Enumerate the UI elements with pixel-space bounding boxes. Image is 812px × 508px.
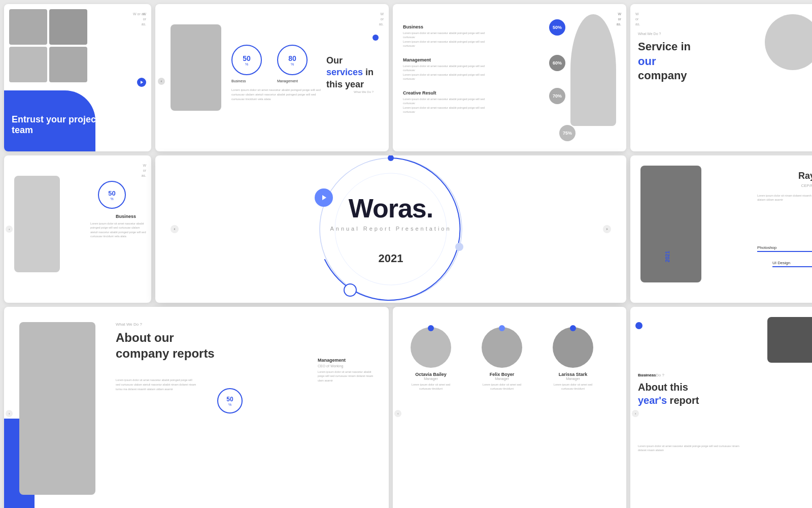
year-2021: 2021 (379, 252, 403, 265)
svg-marker-2 (9, 229, 10, 230)
woras-tag-4b: Woras. (635, 12, 640, 26)
lorem-text-2: Lorem ipsum dolor sit amet nascetur abab… (231, 88, 323, 102)
stat-80-sup: % (291, 62, 294, 66)
slide-services: Woras. 50 % 80 % Business Management Our… (155, 4, 389, 151)
service-line2: company (638, 69, 687, 82)
what-we-do-label-2: What We Do ? (354, 90, 374, 93)
services-blue-word: services (326, 67, 363, 77)
arrow-left-center[interactable] (171, 225, 179, 233)
pct-60-circle: 60% (549, 55, 565, 71)
slide-about-year: Woras. What We Do ? About this year's re… (630, 307, 812, 508)
slide-entrust: W or as. Entrust your project to our tea… (4, 4, 151, 151)
arrow-nav-7[interactable] (6, 410, 13, 417)
slide-center-woras: Woras. Annual Report Presentation 2021 (155, 155, 626, 303)
lorem-9: Lorem ipsum dolor sit amet nascetur abab… (638, 444, 739, 453)
stat-circle-5: 50 % (98, 181, 126, 209)
creative-label: Creative Result (403, 90, 494, 96)
slide-percentages: Woras. Business Lorem ipsum dolor sit am… (393, 4, 626, 151)
stat-num-5: 50 (108, 189, 115, 197)
svg-marker-12 (9, 413, 10, 415)
lorem-text-5: Lorem ipsum dolor sit amet nascetur abab… (90, 221, 146, 238)
about-year-title: About this year's report (638, 380, 699, 407)
stat2-label: Management (277, 79, 298, 83)
pct-75-circle: 75% (559, 125, 576, 141)
team-photo-2 (49, 9, 87, 45)
office-photo (767, 317, 812, 363)
woras-main-title: Woras. (349, 193, 433, 224)
slide-team: Octavia Bailey Manager Lorem ipsum dolor… (393, 307, 626, 508)
member2-role: Manager (495, 377, 509, 380)
member-3: Larissa Stark Manager Lorem ipsum dolor … (550, 327, 596, 391)
svg-point-7 (455, 243, 463, 251)
woras-label-2: Woras. (379, 12, 384, 26)
person-photo-6 (640, 166, 701, 282)
lorem-6: Lorem ipsum dolor sit ninam dolaret nisa… (757, 194, 812, 202)
svg-marker-9 (606, 228, 608, 230)
member1-dot (428, 325, 434, 331)
member1-photo (411, 327, 451, 368)
pct-70-circle: 70% (549, 88, 565, 104)
creative-row: Creative Result Lorem ipsum dolor sit am… (403, 90, 494, 114)
person-photo-5 (14, 176, 60, 272)
member1-name: Octavia Bailey (415, 372, 447, 377)
business-row: Business Lorem ipsum dolor sit amet nasc… (403, 24, 494, 48)
stat1-label: Business (231, 79, 246, 83)
service-blue-word: our (638, 55, 656, 68)
member3-photo-wrap (553, 327, 593, 372)
arrow-nav-5[interactable] (6, 226, 13, 233)
image-grid (9, 9, 87, 82)
ceo-label-6: CEP/Foun... (801, 183, 812, 188)
team-photo-4 (49, 47, 87, 82)
mgmt-label-3: Management (403, 57, 494, 62)
skill2-bar (772, 266, 812, 267)
year-tag-6: 2021 (665, 251, 670, 262)
services-title: Our services inthis year (326, 55, 374, 90)
stat-50-circle: 50 % (231, 45, 262, 75)
person-circle-4 (765, 14, 812, 70)
about-year-line1: About this (638, 382, 688, 393)
slide-raymond: Woras. Raym CEP/Foun... Lorem ipsum dolo… (630, 155, 812, 303)
lorem-main-7: Lorem ipsum dolor sit amet nascetur abab… (116, 378, 197, 391)
slide-about-reports: What We Do ? About our company reports L… (4, 307, 389, 508)
management-row: Management Lorem ipsum dolor sit amet na… (403, 57, 494, 81)
mgmt-lorem-32: Lorem ipsum dolor sit amet nascetur abab… (403, 73, 494, 81)
skill2-label: UI Design (772, 261, 812, 265)
stat-num-7: 50 (226, 396, 233, 403)
annual-subtitle: Annual Report Presentation (330, 226, 451, 232)
service-line1: Service in (638, 40, 691, 53)
slide-business-stat: Woras. 50 % Business Lorem ipsum dolor s… (4, 155, 151, 303)
mgmt-lorem-3: Lorem ipsum dolor sit amet nascetur abab… (403, 64, 494, 73)
creative-lorem: Lorem ipsum dolor sit amet nascetur abab… (403, 97, 494, 106)
team-photo-3 (9, 47, 47, 82)
arrow-nav-8[interactable] (394, 410, 401, 417)
business-lorem: Lorem ipsum dolor sit amet nascetur abab… (403, 31, 494, 40)
member2-lorem: Lorem ipsum dolor sit amet sed curtusuav… (479, 383, 525, 391)
arrow-button-1[interactable] (137, 78, 146, 87)
arrow-left-2[interactable] (158, 78, 165, 85)
mgmt-section-7: Management CEO of Working Lorem ipsum do… (318, 358, 379, 383)
about-year-line2: report (670, 395, 699, 406)
svg-marker-14 (635, 413, 636, 415)
arrow-nav-9[interactable] (632, 410, 639, 417)
raymond-name: Raym (798, 171, 812, 181)
member3-name: Larissa Stark (559, 372, 588, 377)
member3-photo (553, 327, 593, 368)
business-lorem2: Lorem ipsum dolor sit amet nascetur abab… (403, 40, 494, 48)
member2-dot (499, 325, 505, 331)
about-title-7: About our company reports (116, 330, 215, 361)
person-photo-3 (570, 14, 616, 126)
stat-80-circle: 80 % (277, 45, 308, 75)
svg-point-5 (388, 155, 394, 161)
about-line2: company reports (116, 346, 215, 360)
dot-blue-9 (635, 322, 642, 329)
arrow-right-center[interactable] (603, 225, 611, 233)
member3-lorem: Lorem ipsum dolor sit amet sed curtusuav… (550, 383, 596, 391)
member1-lorem: Lorem ipsum dolor sit amet sed curtusuav… (408, 383, 454, 391)
creative-lorem2: Lorem ipsum dolor sit amet nascetur abab… (403, 106, 494, 114)
member2-photo (482, 327, 522, 368)
person-photo-2 (171, 24, 221, 111)
member1-role: Manager (424, 377, 438, 380)
slide1-woras-tag: Woras. (142, 12, 146, 26)
svg-point-6 (344, 284, 356, 296)
member2-name: Felix Boyer (490, 372, 515, 377)
